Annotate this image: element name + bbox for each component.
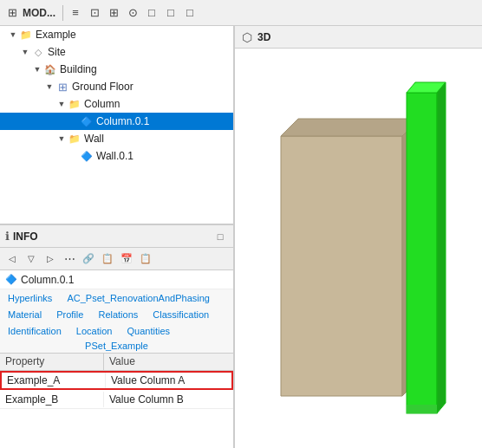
info-toolbar-fwd[interactable]: ▷ [42,250,59,268]
info-toolbar-dots[interactable]: ⋯ [61,250,78,268]
toolbar-btn-5[interactable]: □ [143,4,160,22]
expand-icon-groundfloor[interactable]: ▼ [43,81,55,93]
tree-item-column-folder[interactable]: ▼ 📁 Column [0,95,233,113]
label-site: Site [48,46,66,58]
info-toolbar-btn1[interactable]: 🔗 [80,250,97,268]
expand-icon-building[interactable]: ▼ [31,63,43,75]
props-header-property: Property [0,354,104,370]
toolbar-separator [62,5,63,21]
info-header-label: INFO [13,230,38,243]
tab-hyperlinks[interactable]: Hyperlinks [2,290,58,306]
scene-svg [255,67,463,431]
info-toolbar-btn4[interactable]: 📋 [137,250,154,268]
tree-scroll[interactable]: ▼ 📁 Example ▼ ◇ Site ▼ 🏠 Building [0,26,233,224]
toolbar-btn-6[interactable]: □ [162,4,179,22]
label-column-folder: Column [84,98,120,110]
toolbar-btn-1[interactable]: ≡ [67,4,84,22]
view3d-canvas[interactable] [235,49,482,448]
tab-identification[interactable]: Identification [2,323,68,339]
main-area: ▼ 📁 Example ▼ ◇ Site ▼ 🏠 Building [0,26,482,448]
node-icon-wall-01: 🔷 [80,149,94,163]
info-object-icon: 🔷 [5,274,17,286]
wall-front-face [281,136,402,396]
props-row-example-a[interactable]: Example_A Value Column A [0,371,233,390]
props-cell-value-b: Value Column B [104,392,233,407]
wall-top-face [281,119,420,136]
tab-classification[interactable]: Classification [147,307,215,322]
tree-item-groundfloor[interactable]: ▼ ⊞ Ground Floor [0,78,233,95]
expand-icon-site[interactable]: ▼ [19,46,31,58]
label-column-01: Column.0.1 [96,115,149,127]
tabs-line-3: Identification Location Quantities [0,322,233,339]
label-wall-folder: Wall [84,133,104,145]
view3d-icon: ⬡ [242,30,252,44]
tabs-line-1: Hyperlinks AC_Pset_RenovationAndPhasing [0,289,233,306]
main-toolbar: ⊞ MOD... ≡ ⊡ ⊞ ⊙ □ □ □ [0,0,482,26]
tree-item-site[interactable]: ▼ ◇ Site [0,43,233,61]
tree-item-example[interactable]: ▼ 📁 Example [0,26,233,43]
model-icon[interactable]: ⊞ [3,4,21,22]
node-icon-groundfloor: ⊞ [55,80,69,94]
column-front-face [407,93,437,413]
expand-icon-column-01[interactable] [68,115,80,127]
info-object-name-row: 🔷 Column.0.1 [0,270,233,289]
props-cell-property-b: Example_B [0,392,104,407]
label-groundfloor: Ground Floor [72,81,134,93]
right-panel: ⬡ 3D [234,26,482,448]
tab-material[interactable]: Material [2,307,48,322]
info-panel: ℹ INFO □ ◁ ▽ ▷ ⋯ 🔗 📋 📅 📋 🔷 Column.0.1 [0,225,233,448]
tabs-container: Hyperlinks AC_Pset_RenovationAndPhasing … [0,289,233,354]
info-toolbar-down[interactable]: ▽ [23,250,40,268]
toolbar-btn-3[interactable]: ⊞ [105,4,122,22]
tab-ac-pset[interactable]: AC_Pset_RenovationAndPhasing [61,290,216,306]
toolbar-btn-4[interactable]: ⊙ [124,4,141,22]
toolbar-title: MOD... [23,7,55,19]
tabs-line-2: Material Profile Relations Classificatio… [0,306,233,322]
props-row-example-b[interactable]: Example_B Value Column B [0,390,233,409]
info-toolbar-btn3[interactable]: 📅 [118,250,135,268]
node-icon-wall-folder: 📁 [68,132,81,146]
expand-icon-wall-01[interactable] [68,150,80,162]
toolbar-btn-7[interactable]: □ [181,4,199,22]
properties-table: Property Value Example_A Value Column A … [0,354,233,448]
label-example: Example [36,29,76,41]
info-toolbar-back[interactable]: ◁ [3,250,21,268]
props-cell-value-a: Value Column A [106,373,231,388]
expand-icon-column-folder[interactable]: ▼ [55,98,68,110]
column-bottom [407,405,437,413]
expand-icon-example[interactable]: ▼ [7,29,19,41]
info-toolbar: ◁ ▽ ▷ ⋯ 🔗 📋 📅 📋 [0,248,233,270]
info-circle-icon: ℹ [5,230,10,243]
tree-item-building[interactable]: ▼ 🏠 Building [0,61,233,78]
tree-item-wall-folder[interactable]: ▼ 📁 Wall [0,130,233,147]
view3d-header: ⬡ 3D [235,26,482,49]
node-icon-site: ◇ [31,45,45,59]
tree-item-wall-01[interactable]: 🔷 Wall.0.1 [0,147,233,165]
tab-quantities[interactable]: Quantities [120,323,176,339]
tab-pset-example[interactable]: PSet_Example [0,339,233,353]
tree-item-column-01[interactable]: 🔷 Column.0.1 [0,113,233,130]
tree-panel: ▼ 📁 Example ▼ ◇ Site ▼ 🏠 Building [0,26,233,225]
tab-location[interactable]: Location [70,323,119,339]
left-panel: ▼ 📁 Example ▼ ◇ Site ▼ 🏠 Building [0,26,234,448]
view3d-label: 3D [257,31,270,43]
props-cell-property-a: Example_A [2,373,106,388]
info-close-btn[interactable]: □ [212,229,228,244]
label-wall-01: Wall.0.1 [96,150,134,162]
column-right-face [437,82,446,413]
tab-relations[interactable]: Relations [92,307,144,322]
node-icon-column-01: 🔷 [80,114,94,128]
scene-container [235,49,482,448]
props-header-value: Value [104,354,233,370]
info-header: ℹ INFO □ [0,225,233,248]
info-object-name: Column.0.1 [21,274,74,286]
info-toolbar-btn2[interactable]: 📋 [99,250,116,268]
node-icon-column-folder: 📁 [68,97,81,111]
toolbar-btn-2[interactable]: ⊡ [86,4,103,22]
props-header: Property Value [0,354,233,371]
label-building: Building [60,63,97,75]
node-icon-building: 🏠 [43,62,57,76]
expand-icon-wall-folder[interactable]: ▼ [55,133,68,145]
tab-profile[interactable]: Profile [50,307,89,322]
node-icon-example: 📁 [19,28,33,42]
